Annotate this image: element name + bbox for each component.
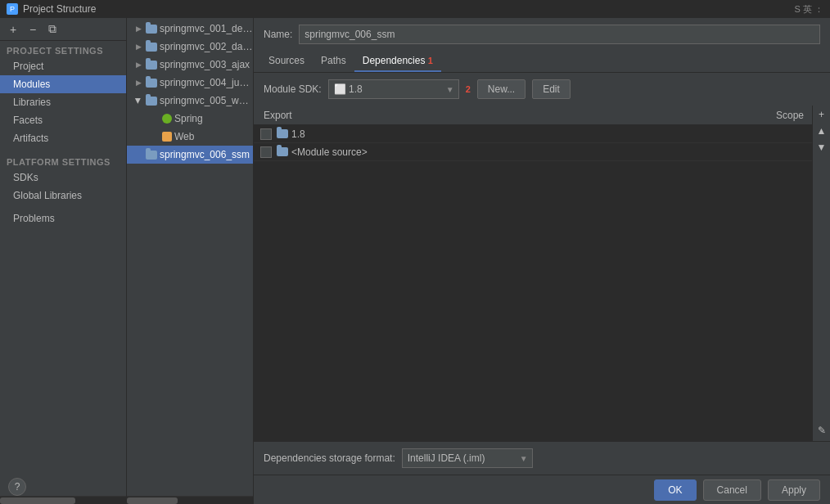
scrollbar-thumb: [0, 497, 75, 504]
export-header: Export: [260, 110, 758, 121]
module-tree-horizontal-scrollbar[interactable]: [127, 496, 253, 504]
right-toolbar: + ▲ ▼ ✎: [812, 106, 830, 441]
dependencies-table-wrapper: Export Scope 1.8 <Module source>: [254, 106, 830, 441]
tree-item-003[interactable]: ▶ springmvc_003_ajax: [127, 56, 253, 74]
tree-item-002[interactable]: ▶ springmvc_002_datasut: [127, 38, 253, 56]
libraries-label: Libraries: [13, 97, 51, 108]
sidebar-item-modules[interactable]: Modules: [0, 75, 126, 93]
modules-label: Modules: [13, 79, 50, 90]
dep-folder-module-source: [277, 147, 288, 156]
tab-badge: 1: [428, 56, 433, 65]
tree-item-web[interactable]: Web: [127, 128, 253, 146]
arrow-003: ▶: [133, 60, 143, 70]
tree-item-006[interactable]: springmvc_006_ssm: [127, 146, 253, 164]
global-libraries-label: Global Libraries: [13, 190, 82, 201]
dep-table-body: 1.8 <Module source>: [254, 125, 830, 441]
sdk-badge: 2: [466, 84, 471, 94]
tree-item-spring[interactable]: Spring: [127, 110, 253, 128]
storage-row: Dependencies storage format: IntelliJ ID…: [254, 441, 830, 475]
tree-item-001[interactable]: ▶ springmvc_001_demo: [127, 20, 253, 38]
window-title: Project Structure: [23, 3, 96, 15]
dep-scroll-up-button[interactable]: ▲: [814, 124, 829, 138]
tree-label-web: Web: [174, 131, 194, 142]
main-content: + − ⧉ Project Settings Project Modules L…: [0, 18, 830, 504]
module-scrollbar-thumb: [127, 497, 178, 504]
add-button[interactable]: +: [5, 21, 21, 38]
folder-icon-001: [146, 25, 157, 34]
module-tree-panel: ▶ springmvc_001_demo ▶ springmvc_002_dat…: [127, 18, 254, 504]
tree-item-004[interactable]: ▶ springmvc_004_jump: [127, 74, 253, 92]
sidebar-item-facets[interactable]: Facets: [0, 111, 126, 129]
dep-row-module-source[interactable]: <Module source>: [254, 143, 830, 161]
sdk-select[interactable]: ⬜ 1.8: [328, 79, 459, 99]
project-label: Project: [13, 61, 43, 72]
folder-icon-004: [146, 79, 157, 88]
facets-label: Facets: [13, 115, 43, 126]
dep-checkbox-module-source[interactable]: [260, 146, 272, 158]
folder-icon-005: [146, 97, 157, 106]
arrow-005: ▶: [133, 96, 143, 106]
dep-folder-jdk: [277, 129, 288, 138]
title-bar-left: P Project Structure: [7, 3, 96, 15]
sidebar-item-project[interactable]: Project: [0, 57, 126, 75]
project-settings-header: Project Settings: [0, 41, 126, 57]
dep-row-jdk[interactable]: 1.8: [254, 125, 830, 143]
sdks-label: SDKs: [13, 172, 38, 183]
sidebar-item-libraries[interactable]: Libraries: [0, 93, 126, 111]
sdk-label: Module SDK:: [264, 83, 322, 95]
sdk-edit-button[interactable]: Edit: [532, 79, 571, 99]
storage-select-wrapper: IntelliJ IDEA (.iml) ▼: [402, 448, 533, 468]
tree-label-006: springmvc_006_ssm: [160, 149, 250, 160]
module-tree: ▶ springmvc_001_demo ▶ springmvc_002_dat…: [127, 18, 253, 496]
sidebar-item-problems[interactable]: Problems: [0, 209, 126, 227]
remove-button[interactable]: −: [25, 21, 41, 38]
storage-select[interactable]: IntelliJ IDEA (.iml): [402, 448, 533, 468]
tree-label-spring: Spring: [174, 113, 203, 124]
dep-scroll-down-button[interactable]: ▼: [814, 140, 829, 155]
tab-sources[interactable]: Sources: [260, 51, 313, 72]
tab-paths[interactable]: Paths: [313, 51, 354, 72]
copy-button[interactable]: ⧉: [44, 21, 61, 38]
folder-icon-006: [146, 151, 157, 160]
name-input[interactable]: [299, 25, 820, 44]
tab-dependencies[interactable]: Dependencies 1: [354, 51, 441, 72]
sdk-new-button[interactable]: New...: [477, 79, 526, 99]
sidebar-item-sdks[interactable]: SDKs: [0, 169, 126, 187]
name-row: Name:: [254, 18, 830, 51]
left-sidebar: + − ⧉ Project Settings Project Modules L…: [0, 18, 127, 504]
dep-label-module-source: <Module source>: [291, 146, 823, 158]
name-label: Name:: [264, 29, 292, 40]
app-icon: P: [7, 3, 18, 15]
tree-label-001: springmvc_001_demo: [160, 23, 253, 34]
title-bar: P Project Structure S 英 ：: [0, 0, 830, 18]
tree-label-002: springmvc_002_datasut: [160, 41, 253, 52]
tabs-row: Sources Paths Dependencies 1: [254, 51, 830, 73]
dep-checkbox-jdk[interactable]: [260, 128, 272, 140]
spring-icon: [162, 114, 172, 124]
tree-label-005: springmvc_005_webinf: [160, 95, 253, 106]
right-panel: Name: Sources Paths Dependencies 1 Modul…: [254, 18, 830, 504]
sidebar-item-global-libraries[interactable]: Global Libraries: [0, 187, 126, 205]
dep-edit-button[interactable]: ✎: [814, 423, 829, 438]
tree-label-003: springmvc_003_ajax: [160, 59, 250, 70]
cancel-button[interactable]: Cancel: [703, 479, 761, 501]
arrow-001: ▶: [133, 24, 143, 34]
footer: OK Cancel Apply: [254, 475, 830, 504]
folder-icon-002: [146, 43, 157, 52]
sidebar-horizontal-scrollbar[interactable]: [0, 496, 126, 504]
dep-label-jdk: 1.8: [291, 128, 823, 140]
title-bar-right: S 英 ：: [795, 3, 823, 16]
arrow-004: ▶: [133, 78, 143, 88]
help-button[interactable]: ?: [8, 478, 26, 496]
sidebar-item-artifacts[interactable]: Artifacts: [0, 129, 126, 147]
dep-add-button[interactable]: +: [814, 107, 829, 122]
platform-settings-header: Platform Settings: [0, 152, 126, 169]
tree-item-005[interactable]: ▶ springmvc_005_webinf: [127, 92, 253, 110]
sdk-row: Module SDK: ⬜ 1.8 ▼ 2 New... Edit: [254, 73, 830, 106]
problems-label: Problems: [13, 213, 55, 224]
sdk-select-wrapper: ⬜ 1.8 ▼: [328, 79, 459, 99]
apply-button[interactable]: Apply: [768, 479, 820, 501]
ok-button[interactable]: OK: [654, 479, 696, 501]
storage-label: Dependencies storage format:: [264, 452, 395, 464]
artifacts-label: Artifacts: [13, 133, 48, 144]
